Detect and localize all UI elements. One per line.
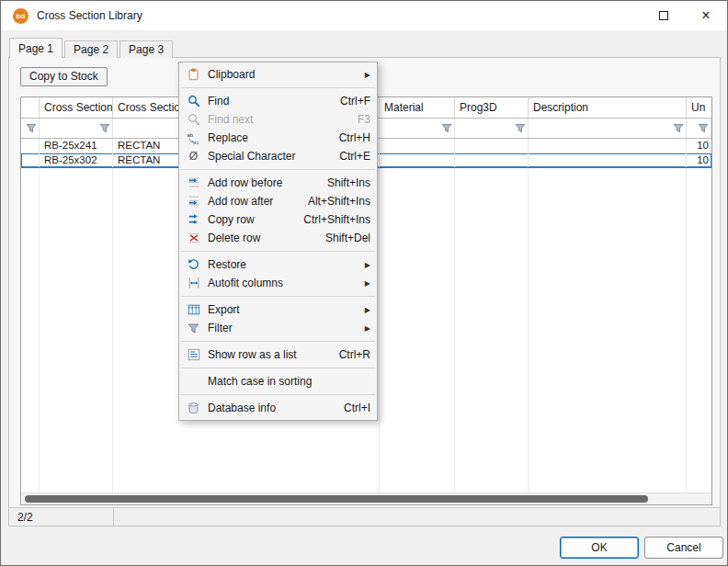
cell-cross-section[interactable]: RB-25x241 bbox=[40, 139, 113, 153]
menu-item-delete-row[interactable]: Delete row Shift+Del bbox=[179, 229, 377, 247]
filter-cell[interactable] bbox=[455, 119, 529, 138]
menu-item-copy-row[interactable]: Copy row Ctrl+Shift+Ins bbox=[179, 210, 377, 229]
empty-column bbox=[687, 168, 711, 492]
add-row-before-icon bbox=[183, 176, 204, 189]
statusbar-divider bbox=[113, 508, 114, 526]
menu-item-label: Copy row bbox=[204, 213, 294, 226]
app-logo-icon: bd bbox=[13, 8, 28, 24]
menu-item-show-row-as-list[interactable]: Show row as a list Ctrl+R bbox=[179, 345, 377, 364]
menu-item-replace[interactable]: ab ac Replace Ctrl+H bbox=[179, 129, 377, 147]
menu-item-add-row-before[interactable]: Add row before Shift+Ins bbox=[179, 174, 377, 192]
submenu-arrow-icon: ▶ bbox=[360, 279, 370, 288]
cancel-button[interactable]: Cancel bbox=[644, 537, 723, 559]
cell-cross-section[interactable]: RB-25x302 bbox=[40, 153, 113, 167]
menu-item-database-info[interactable]: Database info Ctrl+I bbox=[179, 399, 377, 417]
database-info-icon bbox=[183, 402, 204, 414]
add-row-after-icon bbox=[183, 195, 204, 208]
filter-funnel-icon[interactable] bbox=[441, 123, 452, 136]
show-row-as-list-icon bbox=[183, 348, 204, 361]
menu-item-shortcut: F3 bbox=[348, 113, 370, 126]
maximize-button[interactable] bbox=[643, 1, 685, 30]
filter-funnel-icon[interactable] bbox=[515, 123, 526, 136]
find-next-icon bbox=[183, 113, 204, 126]
menu-item-special-character[interactable]: Ø Special Character Ctrl+E bbox=[179, 147, 377, 165]
menu-item-label: Delete row bbox=[204, 232, 316, 244]
column-header-unit[interactable]: Un bbox=[687, 97, 711, 118]
menu-item-export[interactable]: Export ▶ bbox=[179, 300, 377, 319]
filter-funnel-icon[interactable] bbox=[26, 123, 37, 136]
cell-prog3d[interactable] bbox=[455, 153, 529, 167]
filter-cell[interactable] bbox=[687, 119, 711, 138]
menu-separator bbox=[181, 87, 375, 88]
tab-page-2[interactable]: Page 2 bbox=[64, 40, 118, 58]
menu-item-clipboard[interactable]: Clipboard ▶ bbox=[179, 65, 377, 84]
clipboard-icon bbox=[183, 68, 204, 81]
menu-item-label: Clipboard bbox=[204, 68, 351, 81]
menu-item-add-row-after[interactable]: Add row after Alt+Shift+Ins bbox=[179, 192, 377, 210]
row-indicator-cell[interactable] bbox=[21, 139, 40, 153]
close-icon: × bbox=[701, 8, 710, 23]
filter-funnel-icon[interactable] bbox=[99, 123, 110, 136]
menu-item-label: Find next bbox=[204, 113, 348, 126]
horizontal-scrollbar-thumb[interactable] bbox=[25, 495, 648, 503]
menu-item-match-case-in-sorting[interactable]: Match case in sorting bbox=[179, 372, 377, 391]
menu-item-filter[interactable]: Filter ▶ bbox=[179, 319, 377, 337]
cell-description[interactable] bbox=[529, 139, 687, 153]
cell-material[interactable] bbox=[380, 153, 455, 167]
empty-column bbox=[529, 168, 687, 492]
filter-cell[interactable] bbox=[380, 119, 455, 138]
filter-funnel-icon[interactable] bbox=[673, 123, 684, 136]
titlebar-buttons: × bbox=[643, 1, 727, 30]
menu-item-label: Replace bbox=[204, 131, 330, 144]
column-header-description[interactable]: Description bbox=[529, 97, 687, 118]
menu-separator bbox=[181, 394, 375, 395]
cell-unit[interactable]: 10 bbox=[687, 153, 711, 167]
column-header-prog3d[interactable]: Prog3D bbox=[455, 97, 529, 118]
menu-item-autofit-columns[interactable]: Autofit columns ▶ bbox=[179, 274, 377, 292]
menu-item-restore[interactable]: Restore ▶ bbox=[179, 255, 377, 274]
menu-item-shortcut: Ctrl+H bbox=[330, 131, 370, 144]
menu-item-label: Add row after bbox=[204, 195, 299, 208]
grid-statusbar: 2/2 bbox=[9, 507, 720, 526]
submenu-arrow-icon: ▶ bbox=[360, 71, 370, 79]
delete-row-icon bbox=[183, 232, 204, 244]
replace-icon: ab ac bbox=[183, 131, 204, 145]
cross-section-library-dialog: bd Cross Section Library × Page 1 Page 2… bbox=[0, 0, 728, 566]
restore-icon bbox=[183, 258, 204, 271]
filter-cell[interactable] bbox=[529, 119, 687, 138]
menu-item-shortcut: Ctrl+R bbox=[330, 348, 370, 361]
submenu-arrow-icon: ▶ bbox=[360, 306, 370, 314]
menu-separator bbox=[181, 296, 375, 297]
close-button[interactable]: × bbox=[685, 1, 727, 30]
row-indicator-cell[interactable] bbox=[21, 153, 40, 167]
cell-description[interactable] bbox=[529, 153, 687, 167]
menu-separator bbox=[181, 368, 375, 368]
horizontal-scrollbar[interactable] bbox=[21, 492, 711, 504]
cell-unit[interactable]: 10 bbox=[687, 139, 711, 153]
tab-page-1[interactable]: Page 1 bbox=[9, 38, 63, 58]
submenu-arrow-icon: ▶ bbox=[360, 324, 370, 333]
menu-item-label: Match case in sorting bbox=[204, 375, 361, 388]
export-icon bbox=[183, 303, 204, 316]
column-header-material[interactable]: Material bbox=[380, 97, 455, 118]
filter-funnel-icon[interactable] bbox=[698, 123, 709, 136]
filter-icon bbox=[183, 323, 204, 334]
column-header-cross-section[interactable]: Cross Section bbox=[40, 97, 113, 118]
menu-item-shortcut: Alt+Shift+Ins bbox=[299, 195, 370, 208]
cell-material[interactable] bbox=[380, 139, 455, 153]
empty-column bbox=[40, 168, 113, 492]
ok-button[interactable]: OK bbox=[560, 537, 639, 559]
tabstrip: Page 1 Page 2 Page 3 bbox=[9, 38, 175, 58]
maximize-icon bbox=[659, 11, 668, 20]
menu-separator bbox=[181, 341, 375, 342]
menu-item-find[interactable]: Find Ctrl+F bbox=[179, 92, 377, 110]
menu-item-label: Add row before bbox=[204, 176, 318, 189]
filter-cell[interactable] bbox=[21, 119, 40, 138]
filter-cell[interactable] bbox=[40, 119, 113, 138]
cell-prog3d[interactable] bbox=[455, 139, 529, 153]
tab-page-3[interactable]: Page 3 bbox=[119, 40, 173, 58]
copy-to-stock-button[interactable]: Copy to Stock bbox=[20, 67, 108, 86]
copy-row-icon bbox=[183, 213, 204, 226]
window-title: Cross Section Library bbox=[37, 9, 142, 22]
empty-column bbox=[21, 168, 40, 492]
